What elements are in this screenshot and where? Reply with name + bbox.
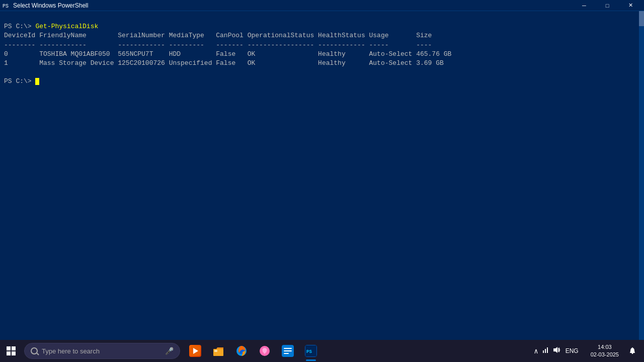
taskbar-app-mpc[interactable] (184, 340, 206, 362)
svg-rect-12 (284, 353, 289, 354)
clock-date: 02-03-2025 (591, 351, 619, 358)
volume-icon[interactable] (552, 346, 560, 356)
minimize-button[interactable]: ─ (573, 0, 596, 11)
title-bar-controls: ─ □ ✕ (573, 0, 642, 11)
scrollbar-thumb[interactable] (639, 11, 644, 26)
svg-rect-11 (284, 350, 292, 351)
systray-icons: ∧ ENG (530, 346, 584, 356)
firefox-icon (235, 345, 248, 357)
search-icon (31, 347, 38, 354)
svg-rect-5 (214, 350, 217, 352)
svg-rect-17 (547, 347, 548, 353)
svg-rect-19 (632, 353, 633, 354)
notification-button[interactable] (625, 340, 640, 362)
scrollbar[interactable] (639, 11, 644, 340)
svg-rect-10 (284, 348, 292, 349)
powershell-app-icon: PS (305, 345, 317, 357)
window-title: Select Windows PowerShell (13, 2, 88, 9)
svg-rect-15 (543, 350, 544, 353)
search-placeholder: Type here to search (42, 347, 100, 355)
svg-text:PS: PS (306, 349, 312, 354)
search-bar[interactable]: Type here to search 🎤 (24, 343, 180, 359)
taskbar-app-explorer[interactable] (207, 340, 229, 362)
clock-time: 14:03 (598, 343, 612, 351)
system-clock[interactable]: 14:03 02-03-2025 (587, 343, 623, 359)
terminal-area[interactable]: PS C:\> Get-PhysicalDisk DeviceId Friend… (0, 11, 644, 340)
command-1: Get-PhysicalDisk (35, 23, 98, 30)
taskbar-app-pink[interactable] (254, 340, 276, 362)
title-bar-left: PS Select Windows PowerShell (2, 2, 88, 10)
taskbar: Type here to search 🎤 (0, 340, 644, 362)
close-button[interactable]: ✕ (619, 0, 642, 11)
taskbar-apps: PS (184, 340, 322, 362)
taskbar-app-blue[interactable] (277, 340, 299, 362)
mpc-icon (189, 345, 201, 357)
prompt-1: PS C:\> (4, 23, 35, 30)
language-indicator[interactable]: ENG (564, 347, 581, 354)
start-button[interactable] (0, 340, 22, 362)
system-tray: ∧ ENG 14:03 02-0 (530, 340, 644, 362)
blue-app-icon (282, 345, 294, 357)
maximize-button[interactable]: □ (596, 0, 619, 11)
windows-logo-icon (7, 346, 16, 355)
powershell-title-icon: PS (2, 2, 10, 10)
taskbar-app-firefox[interactable] (230, 340, 253, 362)
svg-text:PS: PS (3, 4, 9, 9)
svg-marker-18 (553, 347, 557, 353)
prompt-2: PS C:\> (4, 77, 35, 85)
network-icon[interactable] (541, 346, 549, 356)
svg-rect-16 (545, 349, 546, 353)
cursor (35, 78, 39, 85)
disk-row-1: 1 Mass Storage Device 125C20100726 Unspe… (4, 59, 444, 67)
microphone-icon[interactable]: 🎤 (165, 347, 174, 355)
notification-icon (628, 347, 636, 355)
explorer-icon (212, 345, 224, 357)
pink-app-icon (259, 345, 271, 357)
column-dividers: -------- ------------ ------------ -----… (4, 41, 432, 49)
systray-expand-icon[interactable]: ∧ (534, 347, 538, 355)
taskbar-app-powershell[interactable]: PS (300, 340, 322, 362)
disk-row-0: 0 TOSHIBA MQ01ABF050 565NCPU7T HDD False… (4, 50, 451, 58)
column-headers: DeviceId FriendlyName SerialNumber Media… (4, 32, 432, 39)
title-bar: PS Select Windows PowerShell ─ □ ✕ (0, 0, 644, 11)
